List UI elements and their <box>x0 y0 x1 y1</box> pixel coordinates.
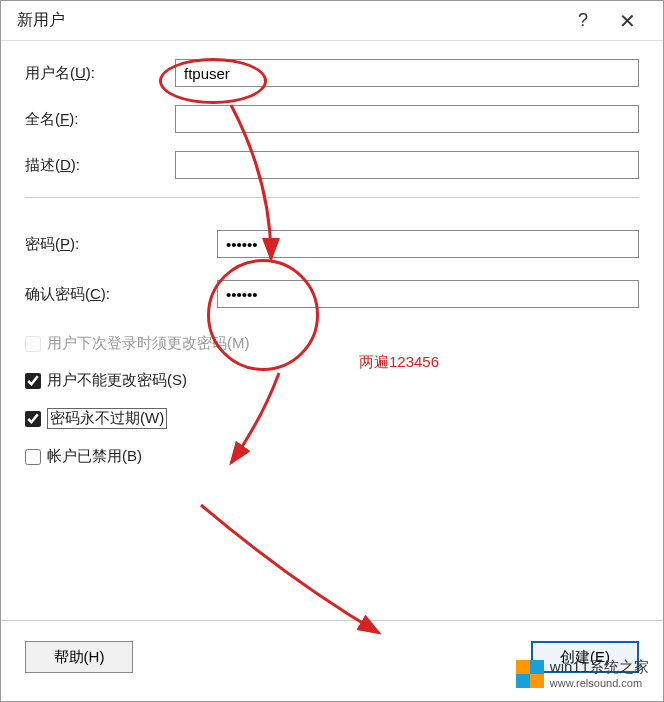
new-user-dialog: 新用户 ? ✕ 用户名(U): 全名(F): 描述(D): <box>0 0 664 702</box>
annotation-arrow-3 <box>1 1 664 702</box>
